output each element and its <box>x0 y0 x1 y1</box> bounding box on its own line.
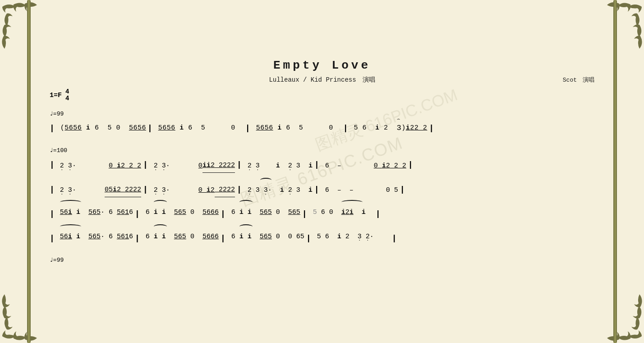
time-sig: 4 4 <box>65 88 69 102</box>
music-notation: ♩=99 | ( 5656 i 6 5 0 5656 | 5656 i 6 5 … <box>50 109 594 266</box>
sheet-music-page: 图精灵 616PIC.COM 图精灵 616PIC.COM Empty Love… <box>0 0 644 343</box>
music-line-3: | ·2 ·3 · 05i2 2222 | ·2 ·3 · 0 i2 2222 … <box>50 182 594 197</box>
subtitle-row: Lulleaux / Kid Princess 演唱 Scot 演唱 <box>50 76 594 84</box>
music-line-2: | ·2 ·3 · 0 i2 2 2 | ·2 ·3 · 0 ii2 2222 <box>50 157 594 172</box>
pillar-left <box>25 0 33 343</box>
time-top: 4 <box>65 88 69 95</box>
tempo-1: ♩=99 <box>50 109 594 120</box>
pillar-right <box>611 0 619 343</box>
song-title: Empty Love <box>50 59 594 72</box>
key-time-row: 1=F 4 4 <box>50 88 594 102</box>
music-line-1: | ( 5656 i 6 5 0 5656 | 5656 i 6 5 0 | 5… <box>50 121 594 136</box>
tempo-2: ♩=100 <box>50 145 594 157</box>
music-line-5: | 56i i 565 · 6 561 6 | 6 i i 5 <box>50 231 594 246</box>
scot-credit: Scot 演唱 <box>563 76 594 84</box>
music-line-4: | 56i i 565 · 6 561 6 | 6 i <box>50 206 594 222</box>
time-bottom: 4 <box>65 95 69 102</box>
main-content: Empty Love Lulleaux / Kid Princess 演唱 Sc… <box>50 59 594 338</box>
tempo-3: ♩=99 <box>50 255 594 266</box>
key-sig: 1=F <box>50 92 62 99</box>
subtitle-text: Lulleaux / Kid Princess 演唱 <box>269 76 375 83</box>
